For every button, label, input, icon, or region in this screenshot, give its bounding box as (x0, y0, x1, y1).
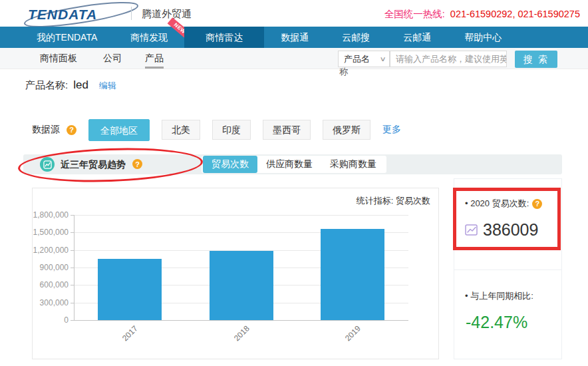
bar-2017[interactable] (98, 259, 162, 320)
y-tick-label: 600,000 (33, 280, 69, 289)
x-tick-label: 2019 (343, 324, 363, 343)
line-chart-icon (465, 224, 478, 236)
product-name-label: 产品名称: (25, 79, 68, 92)
tendata-logo[interactable]: TENDATA (24, 1, 157, 25)
nav-item-data-pass[interactable]: 数据通 (264, 27, 325, 48)
metric-yoy-label: • 与上年同期相比: (465, 290, 533, 302)
chevron-down-icon: ∨ (379, 51, 386, 67)
line-chart-icon (40, 157, 55, 172)
metric-current-value-row: 386009 (465, 220, 538, 240)
y-tick-label: 0 (33, 315, 69, 325)
gridline (74, 215, 408, 216)
metric-current-label: • 2020 贸易次数: (465, 198, 529, 210)
search-input[interactable]: 请输入产品名称，建议使用英 (390, 51, 507, 67)
metrics-panel: • 2020 贸易次数: ? 386009 • 与上年同期相比: -42.47% (454, 178, 562, 359)
search-category-select[interactable]: 产品名 ∨ (338, 51, 390, 67)
help-icon[interactable]: ? (532, 199, 542, 209)
search-placeholder-overflow: 称 (339, 66, 348, 78)
x-tick-wrap: 2019 (319, 327, 386, 339)
region-button-mexico[interactable]: 墨西哥 (263, 120, 311, 140)
y-tick-label: 1,200,000 (33, 246, 69, 255)
region-button-russia[interactable]: 俄罗斯 (323, 120, 370, 140)
x-tick-label: 2017 (120, 324, 140, 343)
logo-text: TENDATA (28, 7, 97, 23)
search-button[interactable]: 搜 索 (515, 51, 557, 68)
more-regions-link[interactable]: 更多 (382, 124, 401, 136)
region-button-all[interactable]: 全部地区 (88, 119, 150, 141)
x-tick-wrap: 2017 (96, 327, 163, 339)
tab-trade-count[interactable]: 贸易次数 (203, 156, 257, 173)
trend-section-header: 近三年贸易趋势 ? 贸易次数 供应商数量 采购商数量 (23, 154, 562, 174)
axis-tick (71, 320, 74, 321)
x-axis-line (74, 320, 408, 321)
y-tick-label: 1,800,000 (33, 210, 69, 220)
tab-supplier-count[interactable]: 供应商数量 (257, 156, 321, 173)
help-icon[interactable]: ? (132, 159, 142, 169)
top-header: TENDATA 腾道外贸通 全国统一热线: 021-61590292, 021-… (0, 0, 588, 27)
metric-current-value: 386009 (483, 220, 538, 240)
metric-yoy-value: -42.47% (466, 313, 527, 332)
y-tick-label: 900,000 (33, 263, 69, 272)
subnav-item-product[interactable]: 产品 (145, 48, 164, 69)
nav-item-help-center[interactable]: 帮助中心 (448, 27, 518, 48)
hotline-label: 全国统一热线: (384, 9, 445, 19)
y-axis-line (74, 215, 74, 320)
metric-yoy-section: • 与上年同期相比: -42.47% (454, 270, 561, 359)
nav-item-cloud-mail-search[interactable]: 云邮搜 (325, 27, 386, 48)
help-icon[interactable]: ? (67, 125, 76, 135)
trend-title: 近三年贸易趋势 (61, 159, 126, 171)
data-source-filter-row: 数据源 ? 全部地区 北美 印度 墨西哥 俄罗斯 更多 (32, 118, 401, 141)
nav-item-label: 商情发现 (130, 32, 168, 43)
brand-divider (131, 7, 132, 20)
metric-current-section: • 2020 贸易次数: ? 386009 (454, 179, 561, 270)
data-source-label: 数据源 (32, 124, 60, 136)
bar-2018[interactable] (210, 251, 273, 320)
region-button-north-america[interactable]: 北美 (162, 120, 200, 140)
stat-indicator-label: 统计指标: 贸易次数 (357, 195, 430, 207)
x-tick-label: 2018 (232, 324, 251, 343)
subnav-item-dashboard[interactable]: 商情面板 (40, 48, 77, 69)
hotline-numbers: 021-61590292, 021-61590275 (450, 9, 580, 19)
main-nav: 我的TENDATA 商情发现 NEW 商情雷达 数据通 云邮搜 云邮通 帮助中心 (0, 27, 588, 48)
product-name-value: led (73, 79, 88, 92)
subnav-item-company[interactable]: 公司 (103, 48, 122, 69)
product-line: 产品名称: led 编辑 (25, 79, 116, 92)
region-button-india[interactable]: 印度 (212, 120, 251, 140)
search-category-value: 产品名 (344, 51, 370, 67)
brand-name: 腾道外贸通 (142, 8, 192, 21)
tab-buyer-count[interactable]: 采购商数量 (321, 156, 385, 173)
y-tick-label: 1,500,000 (33, 228, 69, 237)
metric-current-label-row: • 2020 贸易次数: ? (465, 198, 542, 210)
edit-link[interactable]: 编辑 (99, 80, 116, 92)
trade-trend-bar-chart: 统计指标: 贸易次数 0300,000600,000900,0001,200,0… (32, 188, 439, 359)
hotline: 全国统一热线: 021-61590292, 021-61590275 (384, 8, 580, 21)
nav-item-cloud-mail-pass[interactable]: 云邮通 (386, 27, 448, 48)
nav-item-biz-discovery[interactable]: 商情发现 NEW (114, 27, 184, 48)
nav-item-my-tendata[interactable]: 我的TENDATA (20, 27, 114, 48)
nav-item-biz-radar[interactable]: 商情雷达 (184, 27, 264, 48)
bar-2019[interactable] (321, 229, 384, 320)
y-tick-label: 300,000 (33, 298, 69, 307)
trend-tabs: 贸易次数 供应商数量 采购商数量 (202, 156, 386, 173)
x-tick-wrap: 2018 (208, 327, 275, 339)
